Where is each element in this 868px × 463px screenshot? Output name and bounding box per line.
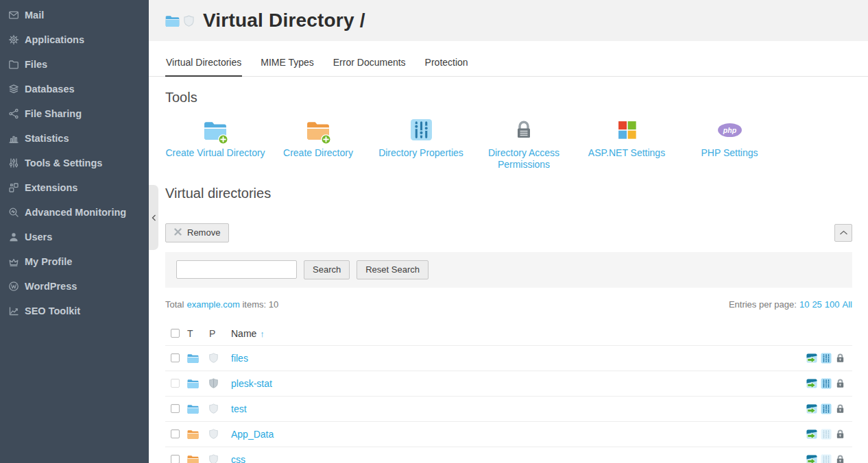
row-checkbox-disabled [171, 379, 180, 388]
shield-protected-icon [209, 378, 218, 388]
directory-properties-icon-disabled [821, 429, 832, 440]
directory-properties-icon[interactable] [821, 378, 832, 389]
sidebar-item-extensions[interactable]: Extensions [0, 175, 149, 200]
total-items: Totalexample.com items: 10 [165, 299, 281, 310]
row-checkbox[interactable] [171, 404, 180, 413]
mail-icon [8, 10, 19, 21]
entries-option-10[interactable]: 10 [799, 299, 809, 310]
sidebar-collapse-handle[interactable] [149, 185, 158, 250]
entries-option-25[interactable]: 25 [812, 299, 821, 310]
sidebar-item-file-sharing[interactable]: File Sharing [0, 101, 149, 126]
permissions-lock-icon[interactable] [835, 454, 846, 463]
sidebar-item-wordpress[interactable]: WordPress [0, 274, 149, 299]
search-panel: Search Reset Search [165, 252, 852, 288]
shield-icon [209, 429, 218, 439]
sidebar-item-statistics[interactable]: Statistics [0, 126, 149, 151]
open-in-browser-icon[interactable] [806, 403, 817, 414]
remove-x-icon [174, 227, 182, 238]
open-in-browser-icon[interactable] [806, 454, 817, 463]
seo-chart-icon [8, 305, 19, 317]
table-row: plesk-stat [165, 371, 852, 396]
tool-create-virtual-directory[interactable]: Create Virtual Directory [164, 117, 267, 171]
sidebar-item-label: File Sharing [25, 108, 82, 119]
tab-bar: Virtual Directories MIME Types Error Doc… [149, 51, 868, 77]
sidebar-item-label: Mail [25, 10, 44, 21]
sidebar-item-label: SEO Toolkit [25, 305, 80, 316]
table-row: css [165, 447, 852, 463]
app-window: Mail Applications Files Databases File S… [0, 0, 868, 463]
sidebar-item-label: Extensions [25, 182, 77, 193]
entries-option-100[interactable]: 100 [825, 299, 840, 310]
sidebar-item-tools-settings[interactable]: Tools & Settings [0, 151, 149, 175]
wordpress-icon [8, 281, 19, 292]
main-content: Virtual Directory / Virtual Directories … [149, 0, 868, 463]
folder-icon [187, 455, 199, 463]
list-meta-row: Totalexample.com items: 10 Entries per p… [149, 299, 868, 310]
tool-php-settings[interactable]: PHP Settings [678, 117, 781, 171]
row-checkbox[interactable] [171, 429, 180, 438]
share-icon [8, 108, 19, 120]
sidebar-item-label: Files [25, 59, 47, 70]
directory-name-link[interactable]: css [231, 454, 245, 463]
permissions-lock-icon[interactable] [835, 378, 846, 389]
table-row: App_Data [165, 421, 852, 447]
open-in-browser-icon[interactable] [806, 429, 817, 440]
sidebar-item-databases[interactable]: Databases [0, 77, 149, 101]
permissions-lock-icon[interactable] [835, 429, 846, 440]
virtual-directories-heading: Virtual directories [149, 185, 868, 201]
row-checkbox[interactable] [171, 353, 180, 362]
permissions-lock-icon[interactable] [835, 403, 846, 414]
row-checkbox[interactable] [171, 455, 180, 463]
search-button[interactable]: Search [304, 260, 350, 279]
sidebar-item-advanced-monitoring[interactable]: Advanced Monitoring [0, 200, 149, 225]
tab-error-documents[interactable]: Error Documents [333, 51, 407, 76]
entries-option-all[interactable]: All [843, 299, 852, 310]
directory-properties-icon-disabled [821, 454, 832, 463]
open-in-browser-icon[interactable] [806, 378, 817, 389]
tab-protection[interactable]: Protection [424, 51, 469, 76]
bar-chart-icon [8, 133, 19, 145]
domain-link[interactable]: example.com [186, 299, 239, 310]
sidebar-item-label: Users [25, 232, 52, 242]
remove-button[interactable]: Remove [165, 223, 229, 242]
directory-name-link[interactable]: test [231, 403, 247, 414]
microsoft-squares-icon [616, 117, 638, 143]
sidebar-item-label: WordPress [25, 281, 77, 292]
collapse-search-button[interactable] [834, 224, 852, 242]
sidebar-item-applications[interactable]: Applications [0, 27, 149, 52]
tool-create-directory[interactable]: Create Directory [267, 117, 370, 171]
shield-icon [209, 403, 218, 414]
extensions-icon [8, 182, 19, 194]
list-toolbar: Remove [149, 223, 868, 242]
chevron-up-icon [839, 227, 848, 238]
reset-search-button[interactable]: Reset Search [357, 260, 429, 279]
search-input[interactable] [176, 260, 297, 279]
create-directory-icon [306, 117, 330, 143]
tool-aspnet-settings[interactable]: ASP.NET Settings [575, 117, 678, 171]
tool-directory-access-permissions[interactable]: Directory Access Permissions [472, 117, 575, 171]
sidebar-item-files[interactable]: Files [0, 52, 149, 77]
sidebar-item-mail[interactable]: Mail [0, 3, 149, 27]
folder-icon [187, 353, 199, 363]
directory-name-link[interactable]: App_Data [231, 429, 274, 440]
folder-icon [187, 429, 199, 439]
tab-mime-types[interactable]: MIME Types [260, 51, 315, 76]
sort-by-name-link[interactable]: Name [231, 328, 256, 339]
permissions-lock-icon[interactable] [835, 353, 846, 364]
tool-directory-properties[interactable]: Directory Properties [370, 117, 472, 171]
open-in-browser-icon[interactable] [806, 353, 817, 364]
sidebar-item-label: My Profile [25, 256, 72, 267]
tab-virtual-directories[interactable]: Virtual Directories [165, 51, 242, 77]
directory-properties-icon[interactable] [821, 403, 832, 414]
sliders-icon [8, 158, 19, 169]
monitoring-magnifier-icon [8, 207, 19, 218]
sidebar-item-my-profile[interactable]: My Profile [0, 249, 149, 274]
sidebar-item-seo-toolkit[interactable]: SEO Toolkit [0, 299, 149, 323]
user-icon [8, 232, 19, 243]
select-all-checkbox[interactable] [171, 329, 180, 338]
directory-properties-icon[interactable] [821, 353, 832, 364]
directory-name-link[interactable]: files [231, 353, 248, 364]
directory-name-link[interactable]: plesk-stat [231, 378, 272, 389]
entries-per-page: Entries per page:1025100All [729, 299, 852, 310]
sidebar-item-users[interactable]: Users [0, 225, 149, 249]
